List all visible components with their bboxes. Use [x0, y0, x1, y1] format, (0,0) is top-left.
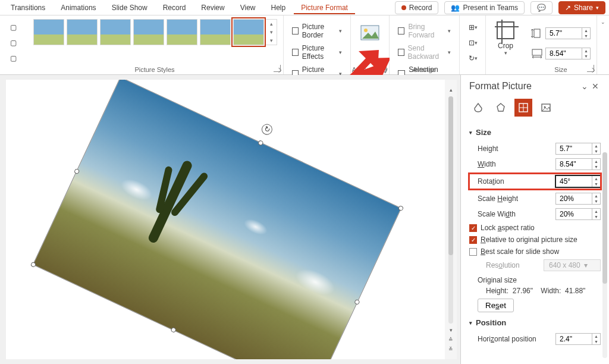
pane-tab-size[interactable] — [514, 99, 532, 117]
style-thumb-4[interactable] — [133, 19, 164, 45]
ribbon: ▢ ▢ ▢ ▴▾▾ Picture Styles Picture Border▾… — [0, 15, 609, 75]
present-button-label: Present in Teams — [463, 4, 518, 12]
pane-scroll-thumb[interactable] — [602, 152, 607, 284]
spin-down[interactable]: ▼ — [582, 33, 590, 39]
pane-height-input[interactable]: ▲▼ — [555, 143, 601, 155]
picture-effects-button[interactable]: Picture Effects▾ — [290, 43, 344, 62]
selected-picture[interactable]: ↻ — [33, 80, 401, 359]
record-button[interactable]: Record — [395, 1, 439, 14]
tab-view[interactable]: View — [233, 1, 263, 14]
style-thumb-6[interactable] — [200, 19, 231, 45]
crop-icon — [497, 21, 514, 39]
pane-scale-width-input[interactable]: ▲▼ — [555, 208, 601, 220]
bring-forward-button[interactable]: Bring Forward▾ — [395, 21, 453, 40]
color-button[interactable]: ▢ — [6, 52, 20, 64]
spin-up[interactable]: ▲ — [582, 48, 590, 54]
reset-button[interactable]: Reset — [478, 299, 514, 312]
corrections-button[interactable]: ▢ — [6, 37, 20, 49]
tab-slideshow[interactable]: Slide Show — [105, 1, 155, 14]
picture-icon — [360, 24, 380, 42]
alt-text-button[interactable] — [357, 21, 383, 45]
tab-record[interactable]: Record — [156, 1, 193, 14]
share-button[interactable]: ↗Share▾ — [558, 1, 605, 14]
comment-icon: 💬 — [537, 4, 546, 12]
height-icon — [531, 28, 543, 39]
pane-width-input[interactable]: ▲▼ — [555, 158, 601, 170]
height-value[interactable] — [546, 28, 582, 39]
width-input[interactable]: ▲▼ — [545, 48, 591, 59]
lock-aspect-checkbox[interactable]: ✓Lock aspect ratio — [469, 224, 601, 232]
pane-tab-effects[interactable] — [492, 99, 510, 117]
tab-animations[interactable]: Animations — [54, 1, 103, 14]
chevron-down-icon: ▾ — [448, 28, 451, 34]
chevron-down-icon: ▾ — [339, 28, 342, 34]
pane-scale-height-input[interactable]: ▲▼ — [555, 193, 601, 205]
picture-border-button[interactable]: Picture Border▾ — [290, 21, 344, 40]
accessibility-launcher[interactable] — [379, 65, 387, 72]
picture-border-label: Picture Border — [302, 23, 335, 39]
send-backward-button[interactable]: Send Backward▾ — [395, 43, 453, 62]
checkbox-icon: ✓ — [469, 236, 477, 244]
picture-effects-label: Picture Effects — [302, 44, 335, 61]
rotation-handle[interactable]: ↻ — [260, 123, 274, 137]
picture-content — [33, 80, 401, 359]
tab-transitions[interactable]: Transitions — [4, 1, 52, 14]
scale-width-label: Scale Width — [478, 210, 555, 218]
scale-height-label: Scale Height — [478, 194, 555, 203]
style-thumb-1[interactable] — [33, 19, 64, 45]
styles-more-button[interactable]: ▴▾▾ — [265, 19, 277, 45]
scroll-up-icon[interactable]: ▴ — [450, 87, 453, 93]
remove-background-button[interactable]: ▢ — [6, 21, 20, 33]
group-label-picture-styles: Picture Styles — [26, 66, 283, 73]
size-launcher[interactable] — [587, 65, 594, 72]
chevron-down-icon: ▾ — [448, 49, 451, 55]
tab-picture-format[interactable]: Picture Format — [294, 1, 355, 14]
chevron-down-icon: ▾ — [504, 50, 507, 56]
tab-review[interactable]: Review — [194, 1, 231, 14]
present-in-teams-button[interactable]: 👥Present in Teams — [444, 1, 525, 14]
pane-body: ▾Size Height ▲▼ WWidthidth ▲▼ Rotation ▲… — [461, 123, 609, 364]
vertical-scrollbar[interactable]: ▴ ▾ ≙ ≚ — [445, 80, 457, 359]
pane-close-button[interactable]: ✕ — [590, 81, 601, 91]
rotation-label: Rotation — [478, 177, 555, 186]
resolution-select: 640 x 480 ▾ — [544, 259, 601, 271]
group-button[interactable]: ⊡▾ — [466, 37, 480, 49]
position-section-label: Position — [476, 318, 506, 327]
spin-down[interactable]: ▼ — [582, 54, 590, 59]
rotate-button[interactable]: ↻▾ — [466, 52, 480, 64]
position-section-header[interactable]: ▾Position — [469, 318, 601, 327]
checkbox-icon — [469, 248, 477, 256]
pane-hpos-input[interactable]: ▲▼ — [555, 333, 601, 345]
picture-styles-gallery: ▴▾▾ — [32, 19, 277, 45]
slide-canvas[interactable]: ↻ — [6, 80, 445, 359]
resolution-label: Resolution — [486, 261, 544, 269]
next-slide-icon[interactable]: ≚ — [448, 346, 453, 352]
best-scale-checkbox[interactable]: Best scale for slide show — [469, 247, 601, 256]
pane-scrollbar[interactable] — [602, 152, 607, 358]
size-section-header[interactable]: ▾Size — [469, 128, 601, 137]
comments-button[interactable]: 💬 — [530, 1, 553, 14]
relative-original-checkbox[interactable]: ✓Relative to original picture size — [469, 236, 601, 244]
scroll-thumb[interactable] — [448, 96, 453, 255]
pane-tab-fill[interactable] — [469, 99, 487, 117]
style-thumb-7[interactable] — [233, 19, 264, 45]
scroll-down-icon[interactable]: ▾ — [450, 327, 453, 333]
pane-tab-picture[interactable] — [537, 99, 555, 117]
crop-button[interactable]: Crop ▾ — [492, 19, 519, 58]
height-input[interactable]: ▲▼ — [545, 27, 591, 39]
style-thumb-2[interactable] — [67, 19, 98, 45]
align-button[interactable]: ⊞▾ — [466, 21, 480, 33]
prev-slide-icon[interactable]: ≙ — [448, 337, 453, 343]
width-icon — [531, 48, 543, 59]
pane-rotation-input[interactable]: ▲▼ — [555, 175, 601, 187]
picture-styles-launcher[interactable] — [274, 65, 281, 72]
spin-up[interactable]: ▲ — [582, 28, 590, 33]
width-value[interactable] — [546, 48, 582, 59]
style-thumb-3[interactable] — [100, 19, 131, 45]
send-backward-icon — [398, 49, 404, 56]
tab-help[interactable]: Help — [264, 1, 293, 14]
ribbon-collapse-button[interactable]: ⌄ — [601, 19, 605, 25]
bring-forward-icon — [398, 27, 405, 34]
pane-options-button[interactable]: ⌄ — [579, 81, 590, 91]
style-thumb-5[interactable] — [167, 19, 197, 45]
